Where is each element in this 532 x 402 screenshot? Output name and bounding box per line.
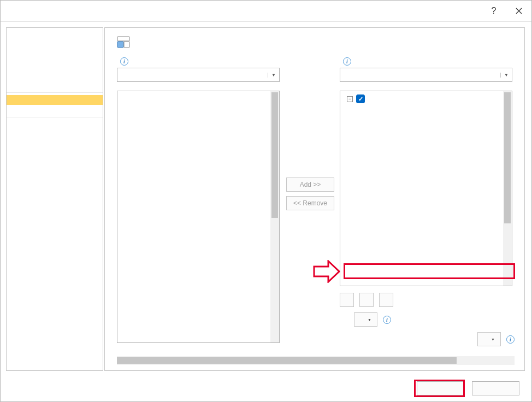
chevron-down-icon: ▼ xyxy=(500,73,509,78)
help-button[interactable]: ? xyxy=(481,1,506,22)
svg-rect-2 xyxy=(124,42,129,48)
info-icon[interactable]: i xyxy=(120,57,128,66)
ribbon-tabs-tree[interactable]: − ✓ xyxy=(340,91,512,286)
chevron-down-icon: ▼ xyxy=(268,73,276,78)
info-icon[interactable]: i xyxy=(383,316,391,324)
sidebar-item-general[interactable] xyxy=(7,31,103,41)
svg-rect-0 xyxy=(117,37,129,41)
sidebar-item-language[interactable] xyxy=(7,70,103,80)
sidebar-item-quick-access[interactable] xyxy=(7,105,103,115)
svg-rect-1 xyxy=(117,42,123,48)
new-tab-button[interactable] xyxy=(340,293,354,307)
sidebar-item-save[interactable] xyxy=(7,61,103,70)
reset-dropdown[interactable] xyxy=(354,312,377,327)
info-icon[interactable]: i xyxy=(343,57,351,66)
remove-button[interactable]: << Remove xyxy=(286,196,334,210)
rename-button[interactable] xyxy=(379,293,393,307)
category-sidebar xyxy=(6,27,103,371)
checkbox-checked-icon[interactable]: ✓ xyxy=(356,94,365,103)
customize-ribbon-dropdown[interactable]: ▼ xyxy=(340,68,512,82)
ribbon-icon xyxy=(117,36,130,49)
scrollbar-thumb[interactable] xyxy=(117,357,457,364)
commands-listbox[interactable] xyxy=(117,91,280,343)
choose-commands-label: i xyxy=(117,57,281,68)
dialog-body: i ▼ Add >> << Remove xyxy=(1,22,531,375)
tab-management-buttons xyxy=(340,293,515,307)
close-icon xyxy=(516,8,522,14)
import-export-dropdown[interactable] xyxy=(477,332,501,346)
add-button[interactable]: Add >> xyxy=(286,178,334,192)
titlebar: ? xyxy=(1,1,531,22)
collapse-icon[interactable]: − xyxy=(347,96,353,102)
page-heading xyxy=(117,36,515,57)
close-button[interactable] xyxy=(506,1,531,22)
import-export-row: i xyxy=(340,332,515,346)
new-group-button[interactable] xyxy=(359,293,374,307)
choose-commands-column: i ▼ xyxy=(117,57,281,343)
customizations-row: i xyxy=(340,312,515,327)
scrollbar-thumb[interactable] xyxy=(504,92,511,223)
dialog-footer xyxy=(1,375,531,401)
ok-button[interactable] xyxy=(417,381,464,395)
main-panel: i ▼ Add >> << Remove xyxy=(104,27,525,371)
scrollbar-thumb[interactable] xyxy=(271,92,278,218)
tree-tab-home[interactable]: − ✓ xyxy=(340,93,512,104)
excel-options-dialog: ? xyxy=(0,0,532,402)
sidebar-item-advanced[interactable] xyxy=(7,80,103,90)
choose-commands-dropdown[interactable]: ▼ xyxy=(117,68,280,82)
cancel-button[interactable] xyxy=(472,381,519,395)
transfer-buttons: Add >> << Remove xyxy=(283,57,338,210)
info-icon[interactable]: i xyxy=(506,335,515,344)
sidebar-item-trust-center[interactable] xyxy=(7,129,103,139)
sidebar-item-customize-ribbon[interactable] xyxy=(7,95,103,105)
sidebar-item-addins[interactable] xyxy=(7,120,103,129)
horizontal-scrollbar[interactable] xyxy=(117,356,515,365)
customize-ribbon-label: i xyxy=(340,57,515,68)
sidebar-item-proofing[interactable] xyxy=(7,51,103,61)
sidebar-item-formulas[interactable] xyxy=(7,41,103,51)
customize-ribbon-column: i ▼ − ✓ xyxy=(340,57,515,346)
